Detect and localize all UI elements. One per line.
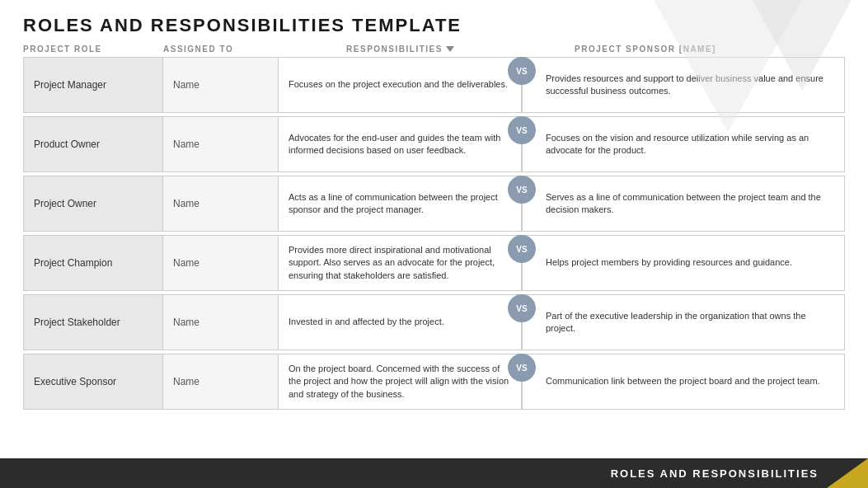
- cell-assigned-1[interactable]: Name: [163, 116, 279, 172]
- cell-sponsor-3: Helps project members by providing resou…: [522, 235, 845, 291]
- col-header-assigned: ASSIGNED TO: [163, 45, 279, 54]
- cell-role-5: Executive Sponsor: [23, 354, 163, 410]
- page: ROLES AND RESPONSIBILITIES TEMPLATE PROJ…: [0, 0, 868, 488]
- vs-badge-5: VS: [508, 354, 536, 382]
- footer-accent: [827, 458, 868, 488]
- col-header-responsibilities: RESPONSIBILITIES: [279, 45, 522, 54]
- table-row: Executive Sponsor Name On the project bo…: [23, 354, 845, 410]
- cell-assigned-4[interactable]: Name: [163, 294, 279, 350]
- sort-arrow-icon: [446, 46, 454, 52]
- cell-sponsor-2: Serves as a line of communication betwee…: [522, 176, 845, 232]
- cell-responsibilities-0: Focuses on the project execution and the…: [279, 57, 522, 113]
- cell-sponsor-4: Part of the executive leadership in the …: [522, 294, 845, 350]
- table-row: Project Owner Name Acts as a line of com…: [23, 176, 845, 232]
- table-row: Project Stakeholder Name Invested in and…: [23, 294, 845, 350]
- cell-sponsor-5: Communication link between the project b…: [522, 354, 845, 410]
- cell-assigned-0[interactable]: Name: [163, 57, 279, 113]
- cell-role-1: Product Owner: [23, 116, 163, 172]
- cell-responsibilities-5: On the project board. Concerned with the…: [279, 354, 522, 410]
- cell-responsibilities-4: Invested in and affected by the project.: [279, 294, 522, 350]
- footer-label: ROLES AND RESPONSIBILITIES: [611, 467, 819, 480]
- table-row: Project Champion Name Provides more dire…: [23, 235, 845, 291]
- cell-responsibilities-3: Provides more direct inspirational and m…: [279, 235, 522, 291]
- vs-badge-4: VS: [508, 294, 536, 322]
- col-header-role: PROJECT ROLE: [23, 45, 163, 54]
- cell-assigned-2[interactable]: Name: [163, 176, 279, 232]
- vs-badge-3: VS: [508, 235, 536, 263]
- cell-role-2: Project Owner: [23, 176, 163, 232]
- cell-assigned-5[interactable]: Name: [163, 354, 279, 410]
- cell-responsibilities-2: Acts as a line of communication between …: [279, 176, 522, 232]
- bg-triangle-2: [753, 0, 852, 91]
- cell-role-4: Project Stakeholder: [23, 294, 163, 350]
- cell-responsibilities-1: Advocates for the end-user and guides th…: [279, 116, 522, 172]
- vs-badge-1: VS: [508, 116, 536, 144]
- vs-badge-0: VS: [508, 57, 536, 85]
- cell-role-0: Project Manager: [23, 57, 163, 113]
- vs-badge-2: VS: [508, 176, 536, 204]
- footer: ROLES AND RESPONSIBILITIES: [0, 458, 868, 488]
- cell-assigned-3[interactable]: Name: [163, 235, 279, 291]
- cell-role-3: Project Champion: [23, 235, 163, 291]
